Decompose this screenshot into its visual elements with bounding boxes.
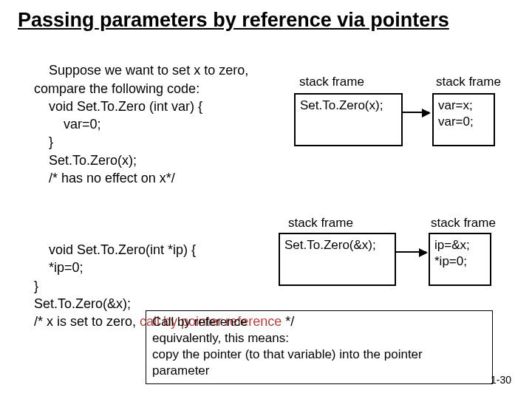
stack-frame-label: stack frame	[431, 216, 496, 231]
summary-line: equivalently, this means:	[152, 330, 486, 347]
code-line: /* x is set to zero,	[34, 314, 140, 329]
summary-line: copy the pointer (to that variable) into…	[152, 347, 486, 363]
code-line: }	[34, 134, 53, 149]
code-line: var=0;	[34, 117, 101, 132]
stack-frame-label: stack frame	[288, 216, 353, 231]
code-line: Set.To.Zero(&x);	[34, 296, 131, 311]
code-line: }	[34, 279, 38, 293]
summary-line: parameter	[152, 363, 486, 379]
stack-frame-callee: ip=&x; *ip=0;	[429, 233, 491, 286]
code-line: Suppose we want to set x to zero,	[49, 63, 248, 78]
code-line: void Set.To.Zero(int *ip) {	[49, 242, 196, 257]
code-line: /* has no effect on x*/	[34, 171, 175, 185]
stack-frame-label: stack frame	[436, 75, 501, 89]
stack-frame-caller: Set.To.Zero(&x);	[279, 233, 396, 286]
stack-frame-callee: var=x; var=0;	[432, 93, 495, 146]
stack-frame-label: stack frame	[299, 75, 364, 89]
summary-box: Call by reference equivalently, this mea…	[146, 310, 493, 384]
slide-number: 1-30	[491, 374, 511, 386]
slide: Passing parameters by reference via poin…	[0, 0, 532, 399]
arrow-icon	[403, 112, 429, 113]
page-title: Passing parameters by reference via poin…	[18, 9, 514, 32]
code-line: compare the following code:	[34, 81, 200, 96]
arrow-icon	[396, 251, 426, 253]
code-line: *ip=0;	[34, 260, 83, 275]
stack-frame-caller: Set.To.Zero(x);	[294, 93, 403, 146]
code-line: Set.To.Zero(x);	[34, 153, 137, 168]
code-line: void Set.To.Zero (int var) {	[34, 99, 202, 114]
summary-line: Call by reference	[152, 314, 486, 330]
